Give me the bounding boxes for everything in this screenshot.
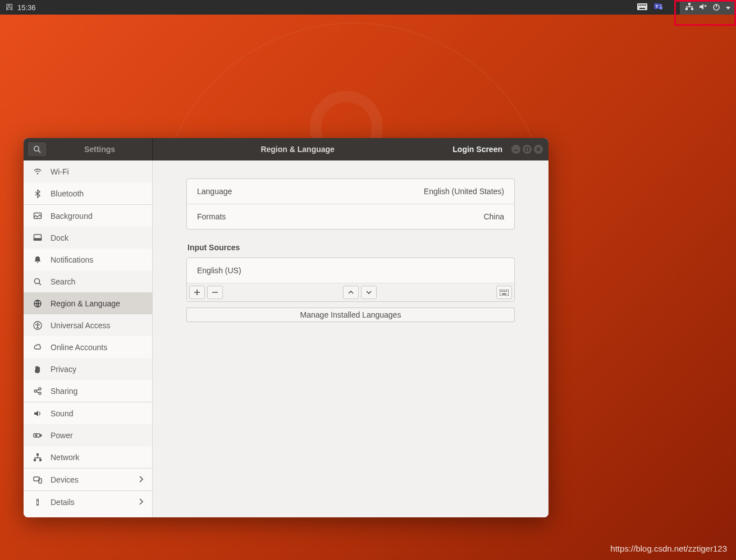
svg-rect-29: [40, 434, 42, 436]
settings-window: Settings Region & Language Login Screen …: [24, 138, 548, 517]
sidebar-item-label: Bluetooth: [51, 189, 84, 198]
sidebar-item-label: Dock: [51, 233, 68, 242]
bell-icon: [33, 255, 43, 264]
move-up-button[interactable]: [343, 286, 359, 299]
search-button[interactable]: [27, 141, 47, 157]
info-icon: [33, 498, 43, 507]
devices-icon: [33, 475, 43, 484]
page-title: Region & Language: [153, 138, 442, 160]
svg-point-25: [34, 390, 36, 392]
minimize-button[interactable]: [511, 145, 520, 154]
sidebar-item-notifications[interactable]: Notifications: [24, 249, 152, 270]
sidebar-item-label: Network: [51, 453, 79, 462]
sidebar-item-search[interactable]: Search: [24, 270, 152, 292]
sidebar-item-online[interactable]: Online Accounts: [24, 336, 152, 358]
titlebar: Settings Region & Language Login Screen: [24, 138, 548, 160]
svg-rect-11: [688, 3, 691, 5]
battery-icon: [33, 431, 43, 440]
wifi-icon: [33, 167, 43, 176]
volume-icon[interactable]: [699, 3, 707, 12]
sidebar-item-universal[interactable]: Universal Access: [24, 314, 152, 336]
sidebar-item-label: Details: [51, 498, 75, 507]
manage-languages-button[interactable]: Manage Installed Languages: [186, 307, 515, 322]
keyboard-indicator-icon[interactable]: [637, 3, 647, 12]
sidebar-item-label: Power: [51, 431, 73, 440]
svg-point-24: [37, 323, 39, 324]
input-sources-title: Input Sources: [188, 243, 515, 252]
sidebar-item-label: Devices: [51, 475, 79, 484]
menubar-time[interactable]: 15:36: [17, 3, 36, 12]
teams-icon[interactable]: T: [654, 2, 663, 13]
maximize-button[interactable]: [523, 145, 532, 154]
add-input-source-button[interactable]: [189, 286, 205, 299]
language-value: English (United States): [424, 187, 504, 196]
sidebar-item-dock[interactable]: Dock: [24, 227, 152, 249]
language-row[interactable]: Language English (United States): [187, 179, 514, 204]
search-icon: [33, 277, 43, 286]
svg-rect-32: [39, 459, 42, 461]
svg-rect-6: [639, 8, 645, 9]
sidebar-item-wifi[interactable]: Wi-Fi: [24, 160, 152, 182]
sidebar-item-label: Region & Language: [51, 299, 120, 308]
svg-rect-0: [637, 3, 647, 10]
sidebar-item-devices[interactable]: Devices: [24, 469, 152, 490]
sidebar-item-background[interactable]: Background: [24, 205, 152, 227]
svg-rect-40: [502, 291, 504, 292]
svg-point-9: [660, 4, 662, 6]
sidebar-item-label: Wi-Fi: [51, 167, 69, 176]
sidebar-item-details[interactable]: Details: [24, 491, 152, 513]
system-tray[interactable]: [680, 0, 736, 15]
svg-rect-20: [34, 238, 42, 240]
svg-point-36: [37, 499, 38, 501]
watermark: https://blog.csdn.net/zztiger123: [610, 544, 727, 553]
network-icon[interactable]: [685, 3, 693, 12]
sidebar-item-power[interactable]: Power: [24, 424, 152, 446]
formats-label: Formats: [197, 212, 226, 221]
svg-rect-42: [506, 291, 507, 292]
svg-rect-12: [685, 8, 688, 10]
move-down-button[interactable]: [361, 286, 377, 299]
svg-rect-3: [642, 4, 643, 6]
login-screen-button[interactable]: Login Screen: [448, 143, 507, 156]
sidebar-item-privacy[interactable]: Privacy: [24, 358, 152, 380]
svg-point-26: [39, 388, 41, 390]
svg-rect-39: [501, 291, 502, 292]
svg-rect-38: [500, 290, 509, 296]
svg-point-15: [34, 146, 39, 151]
chevron-down-icon[interactable]: [726, 3, 730, 12]
sidebar-item-sharing[interactable]: Sharing: [24, 380, 152, 402]
formats-row[interactable]: Formats China: [187, 204, 514, 229]
sidebar-item-label: Background: [51, 212, 93, 221]
sidebar-item-label: Sharing: [51, 387, 77, 396]
svg-rect-43: [502, 293, 506, 295]
sidebar-item-bluetooth[interactable]: Bluetooth: [24, 182, 152, 204]
sidebar-item-region[interactable]: Region & Language: [24, 292, 152, 314]
input-sources-toolbar: [187, 283, 514, 301]
svg-rect-37: [37, 501, 38, 504]
input-source-label: English (US): [197, 266, 241, 275]
sidebar-item-sound[interactable]: Sound: [24, 402, 152, 424]
keyboard-layout-button[interactable]: [496, 286, 512, 299]
svg-rect-5: [645, 4, 646, 6]
language-label: Language: [197, 187, 232, 196]
sidebar-item-label: Universal Access: [51, 321, 111, 330]
close-button[interactable]: [534, 145, 543, 154]
sidebar-title: Settings: [47, 145, 152, 154]
input-source-item[interactable]: English (US): [187, 258, 514, 283]
network-icon: [33, 453, 43, 462]
bluetooth-icon: [33, 189, 43, 198]
svg-point-21: [35, 278, 40, 283]
chevron-right-icon: [139, 498, 143, 507]
svg-rect-13: [691, 8, 693, 10]
hand-icon: [33, 365, 43, 374]
svg-rect-16: [525, 148, 529, 151]
sidebar-item-network[interactable]: Network: [24, 446, 152, 468]
remove-input-source-button[interactable]: [207, 286, 223, 299]
menubar-day[interactable]: 四: [6, 2, 13, 12]
svg-point-27: [39, 392, 41, 394]
accessibility-icon: [33, 321, 43, 330]
chevron-right-icon: [139, 475, 143, 484]
input-sources-list: English (US): [186, 258, 515, 302]
power-icon[interactable]: [712, 3, 720, 12]
svg-rect-30: [36, 453, 39, 456]
